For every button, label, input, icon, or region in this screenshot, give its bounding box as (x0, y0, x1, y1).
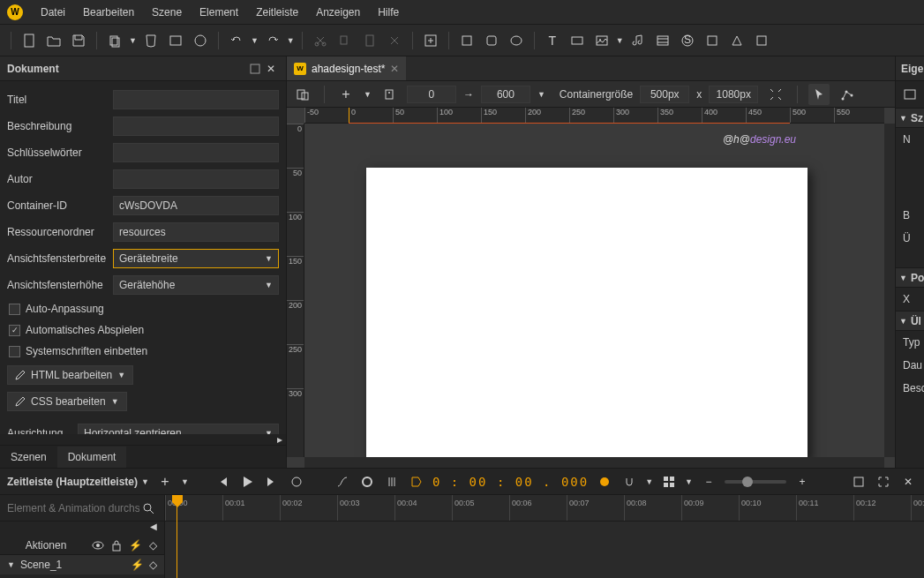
title-input[interactable] (113, 90, 279, 109)
zoom-slider[interactable] (725, 480, 786, 484)
alignment-select[interactable]: Horizontal zentrieren▼ (78, 424, 279, 434)
fit-icon[interactable] (765, 84, 786, 105)
snap-icon[interactable] (620, 473, 638, 491)
skip-end-icon[interactable] (263, 473, 281, 491)
description-input[interactable] (113, 116, 279, 136)
action-icon[interactable]: ⚡ (131, 559, 144, 571)
section-transition[interactable]: ▼Ül (896, 311, 924, 331)
timeline-ruler[interactable]: 00:0000:0100:0200:0300:0400:0500:0600:07… (165, 495, 924, 522)
undock-icon[interactable] (247, 61, 263, 77)
symbol-icon[interactable]: S (677, 30, 698, 51)
chevron-down-icon[interactable]: ▼ (364, 90, 372, 99)
add-element-icon[interactable] (420, 30, 441, 51)
undo-icon[interactable] (226, 30, 247, 51)
auto-fit-checkbox[interactable] (9, 304, 20, 315)
visibility-icon[interactable] (92, 539, 104, 552)
section-position[interactable]: ▼Po (896, 267, 924, 288)
image-icon[interactable] (591, 30, 612, 51)
keyframe-diamond-icon[interactable]: ◇ (149, 559, 157, 571)
copy-icon[interactable] (104, 30, 125, 51)
author-input[interactable] (113, 169, 279, 189)
container-id-input[interactable] (113, 196, 279, 215)
zoom-to-input[interactable] (481, 86, 530, 103)
file-tab[interactable]: W ahadesign-test* ✕ (287, 56, 406, 80)
menu-edit[interactable]: Bearbeiten (83, 6, 134, 19)
loop-icon[interactable] (288, 473, 305, 491)
section-scene[interactable]: ▼Sz (896, 108, 924, 128)
html-element-icon[interactable] (567, 30, 588, 51)
vertical-scrollbar[interactable] (884, 124, 895, 457)
fullscreen-icon[interactable] (875, 473, 892, 491)
shape-icon[interactable] (726, 30, 747, 51)
paste-icon[interactable] (359, 30, 380, 51)
new-file-icon[interactable] (19, 30, 40, 51)
marker-icon[interactable] (596, 473, 613, 491)
web-icon[interactable] (190, 30, 211, 51)
collapse-left-icon[interactable]: ◀ (150, 522, 157, 536)
edit-html-button[interactable]: HTML bearbeiten▼ (7, 365, 133, 385)
image-tool-icon[interactable] (896, 81, 924, 108)
add-timeline-icon[interactable]: + (156, 473, 174, 491)
grid-icon[interactable] (660, 473, 678, 491)
chevron-down-icon[interactable]: ▼ (537, 90, 545, 99)
node-icon[interactable] (837, 84, 858, 105)
chevron-down-icon[interactable]: ▼ (251, 36, 259, 45)
autoplay-checkbox[interactable]: ✓ (9, 325, 20, 336)
label-icon[interactable] (408, 473, 425, 491)
menu-element[interactable]: Element (199, 6, 238, 19)
resources-input[interactable] (113, 222, 279, 242)
tab-scenes[interactable]: Szenen (0, 447, 57, 468)
cut-icon[interactable] (310, 30, 331, 51)
lock-icon[interactable] (111, 539, 122, 552)
audio-icon[interactable] (627, 30, 649, 51)
viewport-height-select[interactable]: Gerätehöhe▼ (113, 275, 279, 295)
viewport-width-select[interactable]: Gerätebreite▼ (113, 249, 279, 268)
container-width-input[interactable] (640, 86, 689, 103)
container-height-input[interactable] (709, 86, 758, 103)
redo-icon[interactable] (262, 30, 283, 51)
more-icon[interactable] (751, 30, 772, 51)
canvas-viewport[interactable]: @h@design.eu (304, 124, 884, 457)
chevron-down-icon[interactable]: ▼ (645, 477, 653, 486)
scroll-right-icon[interactable]: ▸ (274, 434, 286, 445)
timeline-scene-row[interactable]: ▼ Scene_1 ⚡ ◇ (0, 555, 164, 574)
chevron-down-icon[interactable]: ▼ (685, 477, 693, 486)
keywords-input[interactable] (113, 143, 279, 162)
pointer-icon[interactable] (808, 84, 830, 105)
chevron-down-icon[interactable]: ▼ (181, 477, 189, 486)
close-tab-icon[interactable]: ✕ (390, 63, 399, 75)
add-breakpoint-icon[interactable]: + (335, 84, 357, 105)
person-icon[interactable] (379, 84, 400, 105)
menu-timeline[interactable]: Zeitleiste (256, 6, 298, 19)
text-icon[interactable]: T (542, 30, 563, 51)
keyframe-diamond-icon[interactable]: ◇ (149, 539, 157, 552)
zoom-out-icon[interactable]: − (700, 473, 717, 491)
zoom-in-icon[interactable]: + (793, 473, 811, 491)
video-icon[interactable] (652, 30, 673, 51)
timeline-track-area[interactable]: 00:0000:0100:0200:0300:0400:0500:0600:07… (165, 495, 924, 578)
playhead-icon[interactable] (172, 495, 183, 507)
action-icon[interactable]: ⚡ (129, 539, 142, 552)
save-icon[interactable] (68, 30, 89, 51)
menu-file[interactable]: Datei (41, 6, 65, 19)
easing-icon[interactable] (334, 473, 351, 491)
menu-view[interactable]: Anzeigen (316, 6, 360, 19)
preview-icon[interactable] (165, 30, 186, 51)
edit-css-button[interactable]: CSS bearbeiten▼ (7, 392, 127, 411)
menu-scene[interactable]: Szene (152, 6, 182, 19)
skip-start-icon[interactable] (214, 473, 231, 491)
chevron-down-icon[interactable]: ▼ (287, 36, 295, 45)
chevron-down-icon[interactable]: ▼ (129, 36, 137, 45)
html5-icon[interactable] (140, 30, 162, 51)
copy2-icon[interactable] (334, 30, 356, 51)
sysfont-checkbox[interactable] (9, 346, 20, 357)
close-timeline-icon[interactable]: ✕ (899, 473, 917, 491)
widget-icon[interactable] (702, 30, 723, 51)
close-icon[interactable]: ✕ (263, 61, 279, 77)
open-folder-icon[interactable] (43, 30, 64, 51)
zoom-from-input[interactable] (407, 86, 456, 103)
timeline-title[interactable]: Zeitleiste (Hauptzeitleiste)▼ (7, 476, 149, 488)
settings-icon[interactable] (850, 473, 868, 491)
timeline-search-input[interactable] (7, 502, 139, 514)
keyframe-icon[interactable] (383, 473, 401, 491)
